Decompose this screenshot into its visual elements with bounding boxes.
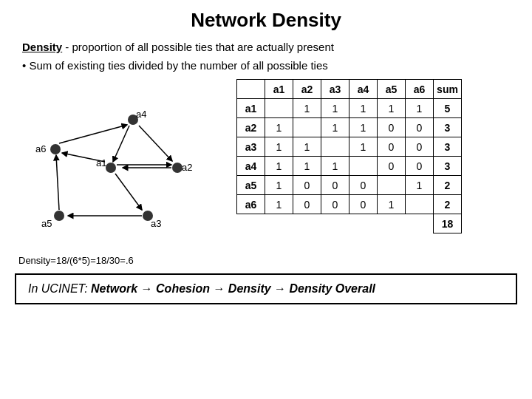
cell: 1	[265, 157, 293, 176]
cell: 0	[349, 176, 378, 195]
row-header: a1	[237, 99, 265, 118]
cell: 0	[293, 195, 321, 214]
cell: 0	[406, 157, 434, 176]
cell	[293, 118, 321, 137]
cell: 0	[293, 176, 321, 195]
cell	[378, 176, 406, 195]
cell: 0	[321, 195, 349, 214]
cell: 1	[293, 157, 321, 176]
cell: 1	[265, 195, 293, 214]
cell	[349, 157, 378, 176]
svg-line-1	[139, 126, 172, 161]
cell	[265, 99, 293, 118]
table-total: 18	[434, 214, 462, 233]
table-row: a3111003	[237, 137, 462, 157]
cell: 0	[378, 157, 406, 176]
table-row: a2111003	[237, 118, 462, 137]
cell: 2	[434, 195, 462, 214]
label-a4: a4	[136, 109, 146, 120]
cell: 0	[321, 176, 349, 195]
table-header-row: a1 a2 a3 a4 a5 a6 sum	[237, 80, 462, 99]
subtitle: Density - proportion of all possible tie…	[0, 38, 532, 56]
cell: 3	[434, 157, 462, 176]
col-header-a1: a1	[265, 80, 293, 99]
ucinet-box: In UCINET: Network → Cohesion → Density …	[15, 273, 517, 304]
cell: 0	[378, 137, 406, 157]
cell: 1	[321, 99, 349, 118]
col-header-a4: a4	[349, 80, 378, 99]
cell: 0	[406, 118, 434, 137]
node-a6	[50, 144, 61, 154]
svg-line-4	[115, 174, 142, 210]
cell: 0	[349, 195, 378, 214]
cell: 1	[265, 118, 293, 137]
label-a1: a1	[96, 157, 106, 168]
arrow2: →	[210, 282, 228, 295]
graph-svg: a1 a2 a3 a4 a5 a6	[15, 79, 222, 249]
node-a1	[106, 163, 116, 173]
cell: 1	[349, 99, 378, 118]
cell: 1	[293, 137, 321, 157]
row-header: a4	[237, 157, 265, 176]
svg-line-8	[113, 126, 129, 162]
col-header-sum: sum	[434, 80, 462, 99]
cell: 0	[378, 118, 406, 137]
density-formula: Density=18/(6*5)=18/30=.6	[15, 255, 222, 266]
cell: 0	[406, 137, 434, 157]
svg-line-6	[56, 155, 59, 210]
svg-line-0	[59, 125, 127, 143]
label-a2: a2	[182, 162, 192, 173]
col-header-a5: a5	[378, 80, 406, 99]
cell: 1	[406, 176, 434, 195]
row-header: a3	[237, 137, 265, 157]
node-a2	[172, 163, 183, 173]
col-header-a2: a2	[293, 80, 321, 99]
table-total-row: 18	[237, 214, 462, 233]
row-header: a5	[237, 176, 265, 195]
cell: 1	[265, 176, 293, 195]
cell: 1	[265, 137, 293, 157]
table-row: a4111003	[237, 157, 462, 176]
table-row: a1111115	[237, 99, 462, 118]
row-header: a6	[237, 195, 265, 214]
cell: 1	[406, 99, 434, 118]
col-header-a6: a6	[406, 80, 434, 99]
ucinet-density-overall: Density Overall	[290, 282, 376, 295]
ucinet-density: Density	[228, 282, 271, 295]
arrow3: →	[271, 282, 290, 295]
cell: 1	[349, 118, 378, 137]
col-header-empty	[237, 80, 265, 99]
cell: 3	[434, 118, 462, 137]
subtitle-rest: - proportion of all possible ties that a…	[62, 41, 334, 53]
table-row: a5100012	[237, 176, 462, 195]
graph-area: a1 a2 a3 a4 a5 a6 Density=18/(6*5)=18/30…	[15, 79, 222, 266]
cell: 1	[349, 137, 378, 157]
label-a6: a6	[35, 143, 46, 154]
table-body: a1111115a2111003a3111003a4111003a5100012…	[237, 99, 462, 214]
table-row: a6100012	[237, 195, 462, 214]
main-content: a1 a2 a3 a4 a5 a6 Density=18/(6*5)=18/30…	[0, 79, 532, 266]
cell: 3	[434, 137, 462, 157]
density-table: a1 a2 a3 a4 a5 a6 sum a1111115a2111003a3…	[236, 79, 462, 233]
cell: 1	[378, 99, 406, 118]
cell: 5	[434, 99, 462, 118]
density-word: Density	[22, 41, 62, 53]
cell: 1	[378, 195, 406, 214]
cell	[406, 195, 434, 214]
ucinet-cohesion: Cohesion	[156, 282, 210, 295]
cell: 1	[321, 118, 349, 137]
ucinet-in: In UCINET:	[28, 282, 91, 295]
table-area: a1 a2 a3 a4 a5 a6 sum a1111115a2111003a3…	[236, 79, 517, 233]
cell: 1	[293, 99, 321, 118]
bullet-point: • Sum of existing ties divided by the nu…	[0, 56, 532, 79]
page-title: Network Density	[0, 0, 532, 38]
cell: 1	[321, 157, 349, 176]
cell: 2	[434, 176, 462, 195]
col-header-a3: a3	[321, 80, 349, 99]
label-a3: a3	[151, 218, 161, 229]
ucinet-network: Network	[91, 282, 137, 295]
node-a5	[54, 211, 64, 221]
row-header: a2	[237, 118, 265, 137]
cell	[321, 137, 349, 157]
label-a5: a5	[41, 218, 52, 229]
